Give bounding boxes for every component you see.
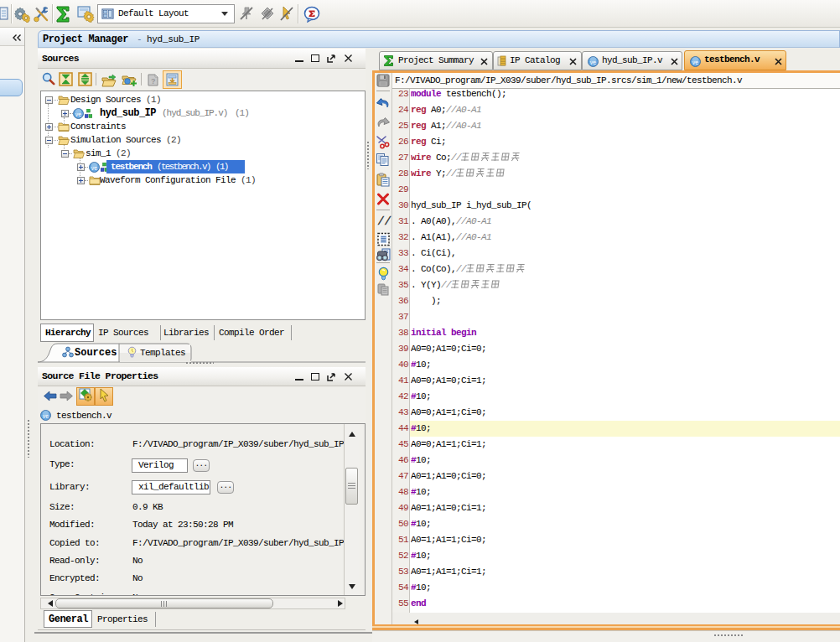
svg-text:ve: ve: [590, 60, 597, 65]
svg-text:ve: ve: [692, 60, 699, 65]
svg-text:ve: ve: [43, 413, 49, 419]
svg-text:ve: ve: [91, 165, 98, 171]
svg-text:?: ?: [151, 77, 155, 85]
svg-text:ve: ve: [75, 111, 82, 117]
